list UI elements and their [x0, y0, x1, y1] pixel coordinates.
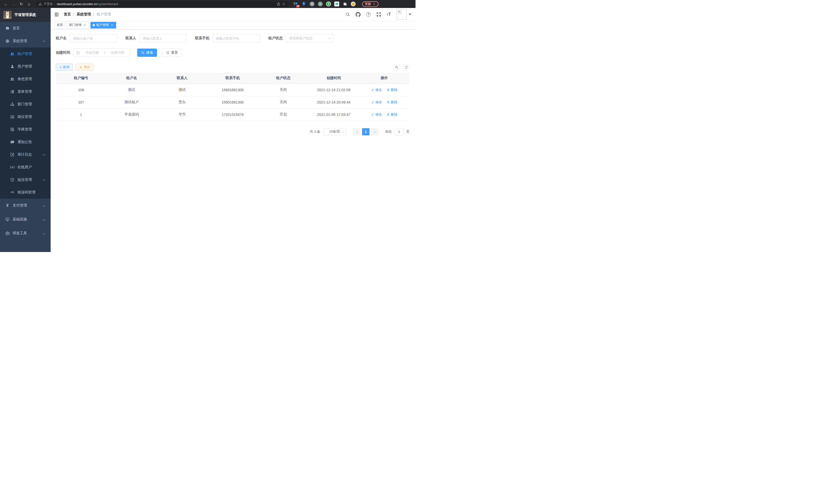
delete-link[interactable]: 删除 — [387, 100, 398, 105]
sidebar-item-home[interactable]: 首页 — [0, 22, 51, 35]
delete-link[interactable]: 删除 — [387, 112, 398, 117]
goto-label: 前往 — [385, 129, 392, 134]
github-icon[interactable] — [355, 12, 361, 17]
header-search-icon[interactable] — [346, 12, 350, 17]
sidebar-item-audit-log[interactable]: 审计日志 — [0, 148, 51, 161]
sidebar-fold-icon[interactable] — [55, 12, 59, 17]
browser-forward-icon[interactable]: → — [10, 1, 17, 7]
goto-page-input[interactable] — [394, 128, 404, 136]
sidebar-item-online-user[interactable]: 在线用户 — [0, 161, 51, 173]
show-search-toggle-button[interactable] — [393, 64, 400, 70]
delete-link[interactable]: 删除 — [387, 88, 398, 92]
range-separator: - — [104, 51, 105, 55]
edit-link[interactable]: 修改 — [371, 112, 382, 117]
sidebar-item-infrastructure[interactable]: 基础设施 — [0, 212, 51, 226]
id-badge-icon — [10, 115, 15, 119]
sidebar-item-dept[interactable]: 部门管理 — [0, 98, 51, 111]
fullscreen-icon[interactable] — [376, 12, 381, 17]
contact-input[interactable] — [139, 34, 187, 42]
page-size-select[interactable]: 10条/页 — [324, 128, 346, 136]
tag-home[interactable]: 首页 — [55, 22, 65, 29]
sidebar-item-tenant[interactable]: 租户管理 — [0, 48, 51, 60]
map-pin-extension-icon[interactable] — [302, 2, 306, 6]
user-avatar-menu[interactable] — [397, 9, 411, 20]
tags-view: 首页 部门管理 × 租户管理 × — [51, 21, 416, 30]
status-select[interactable]: 请选择租户状态 — [286, 34, 333, 42]
profile-avatar-icon[interactable] — [351, 2, 355, 6]
create-time-label: 创建时间 — [56, 50, 70, 55]
browser-reload-icon[interactable]: ↻ — [18, 1, 25, 7]
audit-log-icon — [10, 153, 15, 157]
sidebar-item-error-code[interactable]: </> 错误码管理 — [0, 186, 51, 199]
filter-contact: 联系人 — [125, 34, 187, 42]
sidebar-item-label: 菜单管理 — [18, 89, 32, 94]
logo-rabbit-image — [3, 11, 11, 19]
chevron-down-icon — [328, 37, 331, 39]
tenant-name-input[interactable] — [69, 34, 117, 42]
breadcrumb-system[interactable]: 系统管理 — [77, 12, 91, 17]
y-extension-icon[interactable]: Y — [326, 2, 331, 6]
browser-back-icon[interactable]: ← — [3, 1, 9, 7]
table-row: 107 测试租户 秃头 15601691300 关闭 2021-12-14 20… — [56, 96, 409, 109]
page-1-button[interactable]: 1 — [362, 128, 370, 136]
sidebar-item-system[interactable]: 系统管理 — [0, 35, 51, 48]
pagination-total: 共 3 条 — [310, 129, 320, 134]
sidebar-item-role[interactable]: 角色管理 — [0, 73, 51, 85]
sidebar-item-label: 研发工具 — [12, 231, 27, 236]
sidebar-item-notice[interactable]: 通知公告 — [0, 136, 51, 148]
edit-link[interactable]: 修改 — [371, 100, 382, 105]
sidebar-item-sms[interactable]: 短信管理 — [0, 173, 51, 186]
password-manager-extension-icon[interactable]: 10 — [293, 2, 298, 6]
col-tenant-id: 租户编号 — [56, 73, 106, 84]
sidebar-item-label: 基础设施 — [12, 217, 27, 222]
search-button[interactable]: 搜索 — [137, 49, 157, 57]
address-bar[interactable]: 不安全 dashboard.yudao.iocoder.cn/system/te… — [35, 1, 289, 7]
dev-tools-icon — [5, 231, 9, 235]
sidebar-item-dev-tools[interactable]: 研发工具 — [0, 226, 51, 240]
plus-icon: + — [60, 65, 62, 69]
filter-row-2: 创建时间 开始日期 - 结束日期 搜索 重置 — [56, 49, 409, 57]
next-page-button[interactable]: › — [371, 128, 378, 136]
tag-dept[interactable]: 部门管理 × — [67, 22, 89, 29]
gear-icon — [5, 39, 9, 43]
close-icon[interactable]: × — [110, 23, 114, 27]
chat-extension-icon[interactable] — [334, 2, 339, 6]
share-icon[interactable] — [277, 2, 280, 6]
edit-link[interactable]: 修改 — [371, 88, 382, 92]
sidebar-item-post[interactable]: 岗位管理 — [0, 111, 51, 123]
col-contact: 联系人 — [157, 73, 207, 84]
add-button[interactable]: + 新增 — [56, 63, 73, 71]
bookmark-star-icon[interactable]: ☆ — [282, 2, 285, 6]
close-icon[interactable]: × — [83, 23, 87, 27]
breadcrumb-home[interactable]: 首页 — [64, 12, 71, 17]
sidebar-item-payment[interactable]: ¥ 支付管理 — [0, 199, 51, 212]
broken-avatar-image — [397, 9, 407, 20]
refresh-table-button[interactable] — [403, 64, 409, 70]
font-size-icon[interactable]: TT — [387, 12, 391, 17]
prev-page-button[interactable]: ‹ — [353, 128, 361, 136]
breadcrumb-separator: / — [93, 12, 94, 17]
sidebar-item-dict[interactable]: 字典管理 — [0, 123, 51, 136]
mobile-input[interactable] — [212, 34, 260, 42]
table-header-row: 租户编号 租户名 联系人 联系手机 租户状态 创建时间 操作 — [56, 73, 409, 84]
col-status: 租户状态 — [258, 73, 309, 84]
recorder-extension-icon[interactable] — [318, 2, 323, 6]
sidebar-item-user[interactable]: 用户管理 — [0, 60, 51, 73]
sidebar-item-label: 在线用户 — [18, 165, 32, 170]
browser-home-icon[interactable]: ⌂ — [26, 1, 32, 7]
sidebar-logo[interactable]: 芋道管理系统 — [0, 8, 51, 22]
date-range-picker[interactable]: 开始日期 - 结束日期 — [73, 49, 130, 57]
help-icon[interactable]: ? — [366, 12, 371, 17]
browser-update-button[interactable]: 更新 ⋮ — [362, 1, 378, 7]
command-extension-icon[interactable]: ⌘ — [310, 2, 315, 6]
table-row: 1 芋道源码 芋艿 17321315478 开启 2021-01-05 17:0… — [56, 109, 409, 121]
reset-button[interactable]: 重置 — [162, 49, 182, 57]
tag-tenant[interactable]: 租户管理 × — [90, 22, 116, 29]
export-button[interactable]: 导出 — [76, 63, 94, 71]
extensions-puzzle-icon[interactable] — [343, 2, 347, 6]
breadcrumb-separator: / — [73, 12, 74, 17]
sidebar-item-menu[interactable]: 菜单管理 — [0, 85, 51, 98]
dashboard-icon — [5, 26, 9, 30]
navbar-actions: ? TT — [346, 9, 416, 20]
user-icon — [10, 64, 15, 68]
